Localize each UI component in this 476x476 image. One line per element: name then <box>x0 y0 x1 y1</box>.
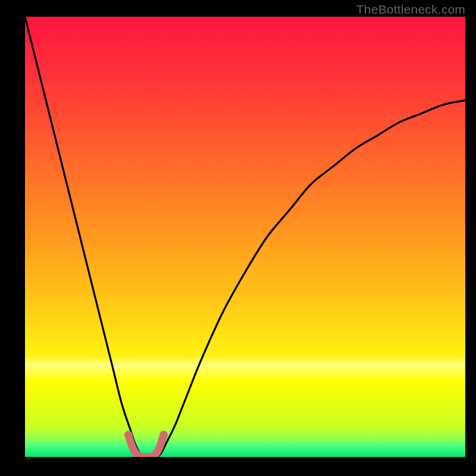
bottleneck-curve <box>25 17 465 457</box>
svg-point-2 <box>159 431 168 439</box>
plot-area <box>25 17 465 457</box>
chart-frame: TheBottleneck.com <box>0 0 476 476</box>
watermark-text: TheBottleneck.com <box>356 2 465 17</box>
svg-point-1 <box>124 431 133 439</box>
